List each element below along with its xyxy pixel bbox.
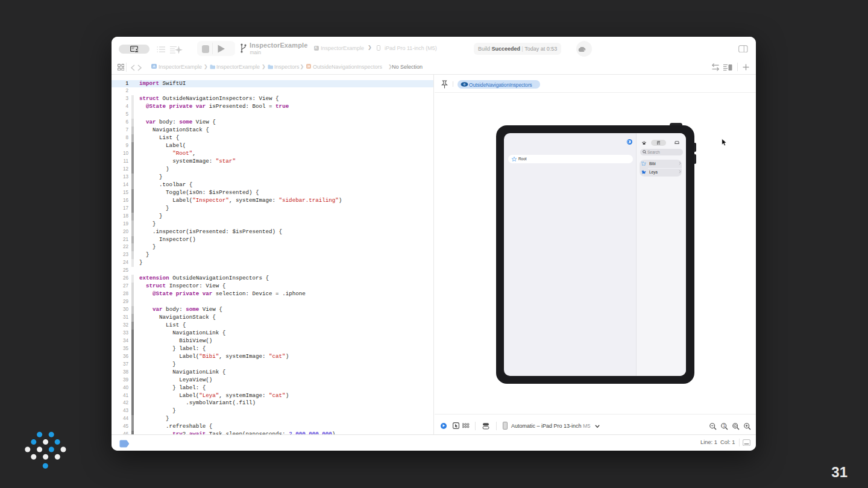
svg-text:A: A [315,46,317,49]
svg-text:1: 1 [723,424,725,428]
